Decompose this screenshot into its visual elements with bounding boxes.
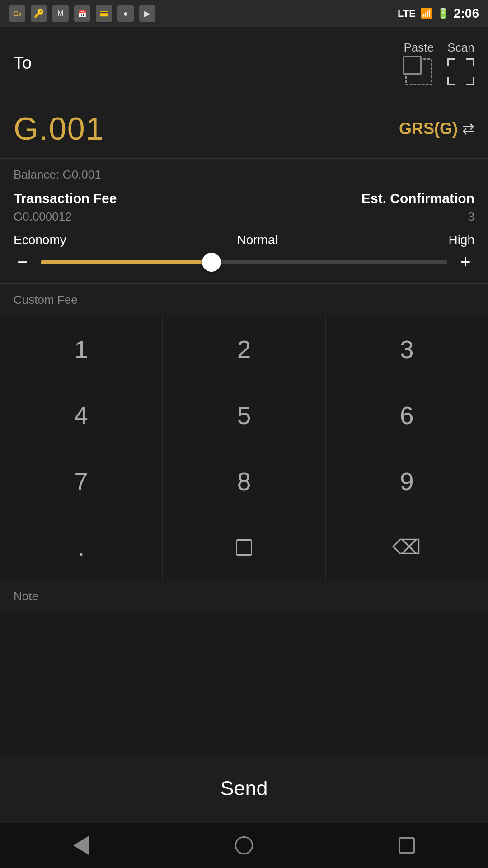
est-value: 3 bbox=[468, 210, 474, 224]
slider-normal-label: Normal bbox=[66, 233, 449, 247]
key-icon: 🔑 bbox=[31, 5, 47, 22]
fee-value: G0.000012 bbox=[14, 210, 72, 224]
numpad-key-dot[interactable]: . bbox=[0, 514, 163, 580]
numpad-key-3[interactable]: 3 bbox=[326, 316, 488, 382]
numpad-key-1[interactable]: 1 bbox=[0, 316, 163, 382]
fee-value-row: G0.000012 3 bbox=[14, 210, 474, 224]
nav-bar bbox=[0, 823, 488, 868]
numpad-key-0[interactable] bbox=[163, 514, 325, 580]
slider-minus-button[interactable]: − bbox=[14, 252, 32, 272]
amount-section: G.001 GRS(G) ⇄ bbox=[0, 99, 488, 159]
scan-button[interactable]: Scan bbox=[447, 41, 474, 85]
fee-row: Transaction Fee Est. Confirmation bbox=[14, 191, 474, 206]
status-bar: G₂ 🔑 M 📅 💳 ● ▶ LTE 📶 🔋 2:06 bbox=[0, 0, 488, 27]
spacer bbox=[0, 613, 488, 754]
numpad-row-1: 1 2 3 bbox=[0, 316, 488, 382]
home-icon bbox=[235, 836, 253, 854]
numpad-row-2: 4 5 6 bbox=[0, 382, 488, 448]
to-label: To bbox=[14, 53, 32, 73]
send-button[interactable]: Send bbox=[14, 768, 474, 809]
numpad-row-4: . ⌫ bbox=[0, 514, 488, 580]
slider-track[interactable] bbox=[41, 260, 447, 264]
slider-thumb[interactable] bbox=[202, 253, 221, 272]
numpad-key-2[interactable]: 2 bbox=[163, 316, 325, 382]
switch-icon: ⇄ bbox=[462, 120, 474, 137]
info-section: Balance: G0.001 Transaction Fee Est. Con… bbox=[0, 159, 488, 284]
numpad-key-4[interactable]: 4 bbox=[0, 382, 163, 448]
slider-fill bbox=[41, 260, 211, 264]
g2-icon: G₂ bbox=[9, 5, 25, 22]
slider-labels: Economy Normal High bbox=[14, 233, 474, 247]
to-section: To Paste Scan bbox=[0, 27, 488, 99]
custom-fee-label: Custom Fee bbox=[14, 293, 78, 307]
balance-row: Balance: G0.001 bbox=[14, 168, 474, 182]
signal-icon: 📶 bbox=[420, 8, 432, 19]
numpad-key-7[interactable]: 7 bbox=[0, 448, 163, 514]
slider-high-label: High bbox=[448, 233, 474, 247]
calendar-icon: 📅 bbox=[74, 5, 90, 22]
slider-economy-label: Economy bbox=[14, 233, 66, 247]
note-label: Note bbox=[14, 590, 38, 603]
scan-icon bbox=[447, 58, 474, 85]
currency-label: GRS(G) bbox=[399, 119, 458, 138]
custom-fee-section: Custom Fee bbox=[0, 284, 488, 316]
paste-button[interactable]: Paste bbox=[404, 41, 434, 85]
lte-badge: LTE bbox=[398, 8, 416, 19]
est-confirmation-label: Est. Confirmation bbox=[361, 191, 474, 206]
paste-icon bbox=[405, 58, 432, 85]
amount-value: G.001 bbox=[14, 111, 104, 147]
mail-icon: M bbox=[52, 5, 69, 22]
currency-switch-button[interactable]: GRS(G) ⇄ bbox=[399, 119, 474, 138]
numpad-row-3: 7 8 9 bbox=[0, 448, 488, 514]
nav-back-button[interactable] bbox=[68, 832, 95, 859]
slider-container: − + bbox=[14, 252, 474, 279]
scan-label: Scan bbox=[447, 41, 474, 55]
backspace-icon: ⌫ bbox=[392, 535, 421, 559]
numpad: 1 2 3 4 5 6 7 8 9 . ⌫ bbox=[0, 316, 488, 580]
status-icons-left: G₂ 🔑 M 📅 💳 ● ▶ bbox=[9, 5, 155, 22]
battery-icon: 🔋 bbox=[437, 8, 449, 19]
numpad-key-backspace[interactable]: ⌫ bbox=[326, 514, 488, 580]
dot-icon: ● bbox=[117, 5, 134, 22]
nav-recent-button[interactable] bbox=[393, 832, 420, 859]
play-icon: ▶ bbox=[139, 5, 155, 22]
paste-label: Paste bbox=[404, 41, 434, 55]
numpad-key-8[interactable]: 8 bbox=[163, 448, 325, 514]
transaction-fee-label: Transaction Fee bbox=[14, 191, 117, 206]
time-display: 2:06 bbox=[454, 6, 479, 21]
card-icon: 💳 bbox=[96, 5, 112, 22]
slider-plus-button[interactable]: + bbox=[456, 252, 474, 272]
status-right: LTE 📶 🔋 2:06 bbox=[398, 6, 479, 21]
note-section[interactable]: Note bbox=[0, 580, 488, 613]
recent-icon bbox=[399, 837, 415, 854]
to-actions: Paste Scan bbox=[404, 41, 475, 85]
back-icon bbox=[73, 835, 89, 855]
numpad-key-9[interactable]: 9 bbox=[326, 448, 488, 514]
nav-home-button[interactable] bbox=[230, 832, 258, 859]
send-section: Send bbox=[0, 754, 488, 823]
numpad-key-6[interactable]: 6 bbox=[326, 382, 488, 448]
numpad-key-5[interactable]: 5 bbox=[163, 382, 325, 448]
